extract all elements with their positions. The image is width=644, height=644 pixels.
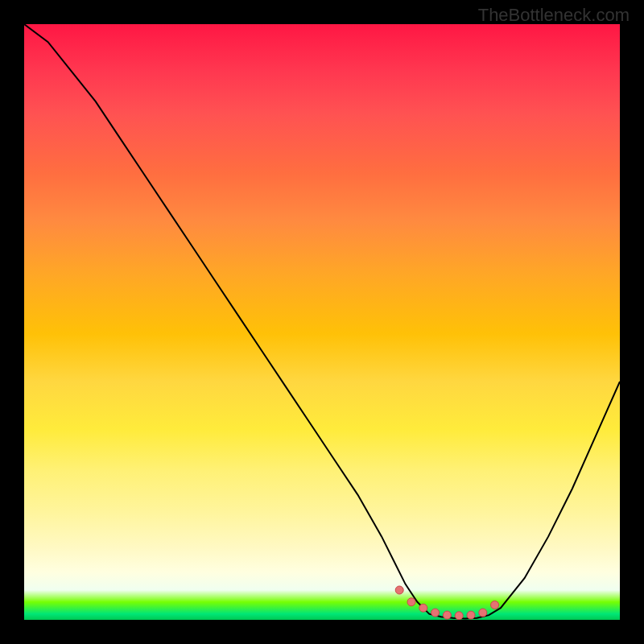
curve-marker: [479, 609, 487, 617]
curve-marker: [395, 586, 403, 594]
curve-marker: [443, 611, 451, 619]
curve-marker: [467, 611, 475, 619]
watermark-text: TheBottleneck.com: [478, 5, 630, 26]
curve-marker: [431, 609, 440, 617]
curve-line: [24, 24, 620, 619]
curve-marker: [407, 598, 415, 606]
curve-marker: [419, 604, 427, 612]
curve-marker: [491, 601, 499, 609]
chart-plot-area: [24, 24, 620, 620]
curve-marker: [455, 612, 463, 620]
chart-svg: [24, 24, 620, 620]
